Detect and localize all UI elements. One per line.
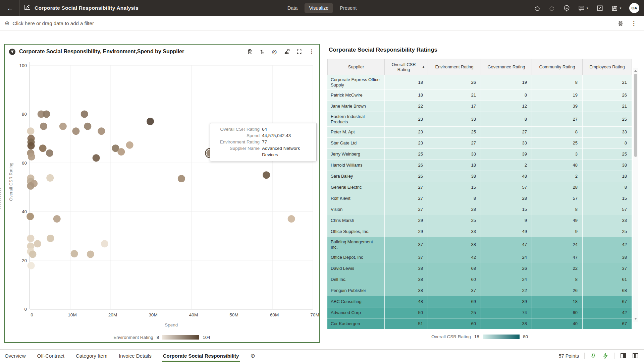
chart-type-icon[interactable] [283,48,290,55]
table-cell-value[interactable]: 67 [583,296,632,307]
table-cell-value[interactable]: 23 [385,138,428,149]
table-cell-value[interactable]: 25 [532,138,583,149]
table-cell-value[interactable]: 51 [385,318,428,329]
table-cell-supplier[interactable]: Eastern Industrial Products [327,112,385,127]
visualization-settings-icon[interactable] [618,20,624,26]
table-cell-value[interactable]: 39 [481,296,532,307]
comments-menu[interactable]: ▼ [578,4,589,12]
table-cell-value[interactable]: 26 [532,285,583,296]
scrollbar-thumb[interactable] [634,74,637,157]
table-cell-supplier[interactable]: David Lewis [327,263,385,274]
table-cell-value[interactable]: 27 [481,127,532,138]
column-header-overall-csr[interactable]: Overall CSR Rating ▲ [385,59,428,75]
table-cell-value[interactable]: 15 [583,193,632,204]
table-row[interactable]: Jerry Weinberg253339325 [327,149,632,160]
table-cell-value[interactable]: 37 [385,252,428,263]
scatter-point[interactable] [93,154,100,162]
table-cell-value[interactable]: 15 [481,204,532,215]
table-cell-value[interactable]: 38 [428,171,481,182]
scatter-chart-panel[interactable]: Corporate Social Responsibility, Environ… [4,44,320,343]
chart-menu-icon[interactable]: ⋮ [308,48,315,55]
maximize-icon[interactable] [296,48,303,55]
table-cell-value[interactable]: 48 [385,296,428,307]
table-cell-value[interactable]: 57 [481,182,532,193]
table-cell-supplier[interactable]: Jerry Weinberg [327,149,385,160]
table-cell-value[interactable]: 29 [385,215,428,226]
table-cell-value[interactable]: 42 [428,252,481,263]
scroll-up-icon[interactable] [634,70,637,72]
table-cell-value[interactable]: 25 [428,215,481,226]
scatter-point[interactable] [27,182,34,190]
table-cell-value[interactable]: 21 [583,75,632,90]
scatter-point[interactable] [28,142,35,149]
table-cell-value[interactable]: 48 [481,171,532,182]
table-cell-value[interactable]: 8 [428,193,481,204]
table-cell-value[interactable]: 17 [428,101,481,112]
table-cell-value[interactable]: 27 [385,182,428,193]
table-cell-value[interactable]: 19 [532,90,583,101]
scatter-point[interactable] [178,175,185,182]
table-cell-value[interactable]: 27 [385,193,428,204]
column-header-community[interactable]: Community Rating [532,59,583,75]
table-cell-value[interactable]: 28 [532,182,583,193]
drill-icon[interactable]: ◎ [271,48,278,55]
scatter-point[interactable] [117,148,125,156]
table-cell-value[interactable]: 24 [532,237,583,252]
table-cell-value[interactable]: 2 [532,171,583,182]
add-canvas-icon[interactable]: ⊕ [250,352,255,359]
table-cell-value[interactable]: 15 [428,182,481,193]
table-cell-value[interactable]: 2 [481,160,532,171]
table-cell-value[interactable]: 68 [428,263,481,274]
table-cell-value[interactable]: 8 [532,75,583,90]
table-cell-value[interactable]: 47 [532,252,583,263]
column-header-governance[interactable]: Governance Rating [481,59,532,75]
scatter-point[interactable] [71,250,78,257]
table-row[interactable]: Rolf Kievit278285715 [327,193,632,204]
table-cell-supplier[interactable]: Advanced Corp [327,307,385,318]
table-cell-supplier[interactable]: Patrick McGwire [327,90,385,101]
table-row[interactable]: Office Supplies, Inc.293349925 [327,226,632,237]
scatter-point[interactable] [72,127,79,135]
table-cell-value[interactable]: 42 [583,237,632,252]
table-cell-value[interactable]: 67 [583,318,632,329]
table-cell-value[interactable]: 60 [428,318,481,329]
stamp-icon[interactable] [590,353,597,359]
table-cell-value[interactable]: 61 [583,274,632,285]
table-cell-value[interactable]: 27 [532,112,583,127]
table-cell-value[interactable]: 22 [481,285,532,296]
add-filter-dropzone[interactable]: ⊕ Click here or drag data to add a filte… [0,20,94,27]
table-row[interactable]: Star Gate Ltd232733258 [327,138,632,149]
table-row[interactable]: Office Depot, Inc3742244738 [327,252,632,263]
scatter-point[interactable] [47,235,54,242]
table-cell-supplier[interactable]: ABC Consulting [327,296,385,307]
table-row[interactable]: Corporate Express Office Supply182619821 [327,75,632,90]
table-cell-supplier[interactable]: Chris Marsh [327,215,385,226]
scatter-point[interactable] [29,250,36,258]
scatter-point[interactable] [27,127,34,135]
table-row[interactable]: Jane Marie Brown2217123921 [327,101,632,112]
scatter-point[interactable] [28,153,35,161]
table-cell-value[interactable]: 39 [532,101,583,112]
table-cell-value[interactable]: 27 [385,204,428,215]
canvas-menu-icon[interactable]: ⋮ [631,20,637,26]
table-cell-supplier[interactable]: Sara Bailey [327,171,385,182]
table-cell-supplier[interactable]: Peter M. Apt [327,127,385,138]
table-cell-value[interactable]: 33 [428,226,481,237]
table-cell-value[interactable]: 69 [428,296,481,307]
scatter-point[interactable] [147,118,154,125]
table-body[interactable]: Corporate Express Office Supply182619821… [327,75,632,329]
table-cell-value[interactable]: 29 [385,226,428,237]
table-row[interactable]: Building Management Inc.3738472442 [327,237,632,252]
open-in-new-window-icon[interactable] [596,4,603,12]
table-row[interactable]: Sara Bailey263848218 [327,171,632,182]
table-row[interactable]: ABC Consulting4869391867 [327,296,632,307]
table-cell-value[interactable]: 18 [532,296,583,307]
table-cell-value[interactable]: 47 [481,237,532,252]
table-cell-value[interactable]: 8 [532,127,583,138]
column-header-supplier[interactable]: Supplier [327,59,385,75]
scatter-point[interactable] [28,262,35,269]
scatter-point[interactable] [288,215,295,223]
auto-refresh-bolt-icon[interactable] [602,353,609,359]
table-row[interactable]: Eastern Industrial Products233382725 [327,112,632,127]
column-header-employees[interactable]: Employees Rating [583,59,632,75]
